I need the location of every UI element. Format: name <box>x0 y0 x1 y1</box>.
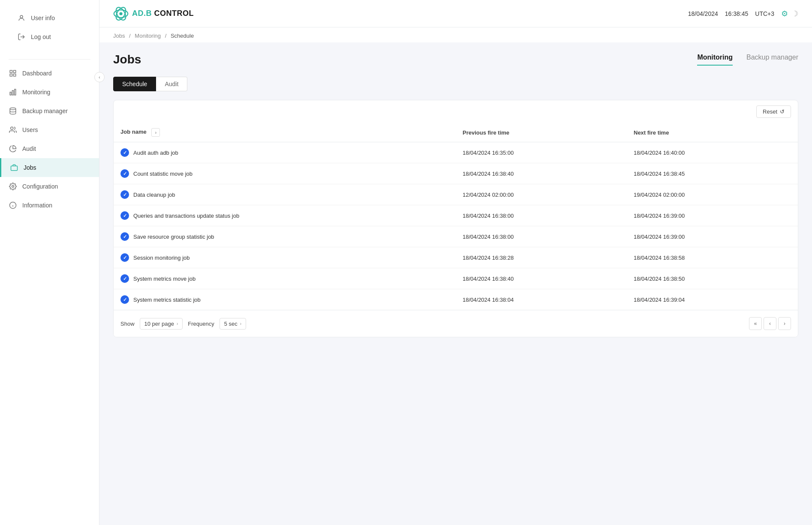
briefcase-icon <box>10 163 18 172</box>
job-name-cell: Count statistic move job <box>114 163 456 184</box>
sun-icon[interactable]: ⚙ <box>781 9 788 18</box>
sidebar-item-information[interactable]: Information <box>0 196 99 215</box>
jobs-table-card: Reset ↺ Job name › Previous fire time Ne… <box>113 100 798 337</box>
first-page-button[interactable]: « <box>749 317 762 330</box>
prev-page-button[interactable]: ‹ <box>764 317 776 330</box>
logo-text: AD.B CONTROL <box>132 9 194 18</box>
per-page-chevron: › <box>177 321 178 326</box>
next-fire-cell: 18/04/2024 16:39:04 <box>627 289 798 310</box>
pagination-controls: « ‹ › <box>749 317 791 330</box>
table-row: System metrics statistic job 18/04/2024 … <box>114 289 798 310</box>
next-fire-cell: 19/04/2024 02:00:00 <box>627 184 798 205</box>
job-name-label: Audit auth adb job <box>133 150 178 156</box>
job-name-label: Count statistic move job <box>133 171 192 177</box>
sidebar-item-label: Audit <box>22 145 36 152</box>
jobs-table: Job name › Previous fire time Next fire … <box>114 123 798 310</box>
breadcrumb-jobs[interactable]: Jobs <box>113 33 125 39</box>
sidebar: User info Log out Dashboard Monitoring B… <box>0 0 99 525</box>
reset-button[interactable]: Reset ↺ <box>756 105 791 118</box>
sidebar-item-dashboard[interactable]: Dashboard <box>0 64 99 83</box>
svg-rect-8 <box>15 89 16 95</box>
next-fire-cell: 18/04/2024 16:40:00 <box>627 142 798 163</box>
expand-icon[interactable]: › <box>151 128 160 137</box>
status-indicator <box>120 148 129 157</box>
sidebar-item-log-out[interactable]: Log out <box>9 27 90 46</box>
job-name-label: System metrics statistic job <box>133 297 201 303</box>
status-indicator <box>120 169 129 178</box>
header-time: 16:38:45 <box>725 10 749 17</box>
page-header: Jobs Monitoring Backup manager <box>113 53 798 66</box>
info-icon <box>9 201 17 210</box>
svg-point-9 <box>10 108 16 110</box>
app-logo: AD.B CONTROL <box>113 6 194 21</box>
table-body: Audit auth adb job 18/04/2024 16:35:00 1… <box>114 142 798 310</box>
sidebar-item-label: Backup manager <box>22 108 68 114</box>
status-indicator <box>120 190 129 199</box>
bar-chart-icon <box>9 88 17 96</box>
svg-rect-5 <box>14 74 16 76</box>
database-icon <box>9 107 17 115</box>
sidebar-item-jobs[interactable]: Jobs <box>0 158 99 177</box>
breadcrumb-monitoring[interactable]: Monitoring <box>135 33 161 39</box>
next-fire-cell: 18/04/2024 16:38:58 <box>627 247 798 268</box>
job-name-cell: Queries and transactions update status j… <box>114 205 456 226</box>
svg-rect-2 <box>10 70 12 72</box>
sidebar-item-backup-manager[interactable]: Backup manager <box>0 102 99 120</box>
table-row: Session monitoring job 18/04/2024 16:38:… <box>114 247 798 268</box>
tab-monitoring[interactable]: Monitoring <box>697 54 733 66</box>
sidebar-item-label: Users <box>22 126 38 133</box>
table-row: Save resource group statistic job 18/04/… <box>114 226 798 247</box>
job-name-label: Session monitoring job <box>133 255 190 261</box>
svg-point-0 <box>20 15 23 18</box>
table-row: Audit auth adb job 18/04/2024 16:35:00 1… <box>114 142 798 163</box>
sub-tabs: Schedule Audit <box>113 77 798 91</box>
job-name-cell: System metrics move job <box>114 268 456 289</box>
sidebar-item-users[interactable]: Users <box>0 120 99 139</box>
frequency-label: Frequency <box>188 321 214 327</box>
sidebar-item-label: Dashboard <box>22 70 52 77</box>
people-icon <box>9 126 17 134</box>
job-name-cell: Save resource group statistic job <box>114 226 456 247</box>
table-row: Count statistic move job 18/04/2024 16:3… <box>114 163 798 184</box>
table-row: System metrics move job 18/04/2024 16:38… <box>114 268 798 289</box>
per-page-value: 10 per page <box>144 321 174 327</box>
frequency-select[interactable]: 5 sec › <box>220 318 246 330</box>
page-title: Jobs <box>113 53 141 66</box>
col-job-name: Job name › <box>114 123 456 142</box>
sidebar-item-label: Jobs <box>24 164 36 171</box>
sidebar-item-label: Information <box>22 202 52 209</box>
person-icon <box>17 14 26 22</box>
header-date: 18/04/2024 <box>688 10 718 17</box>
sidebar-collapse-button[interactable]: ‹ <box>94 72 105 82</box>
theme-toggle: ⚙ ☽ <box>781 9 798 18</box>
col-next-fire: Next fire time <box>627 123 798 142</box>
job-name-cell: Session monitoring job <box>114 247 456 268</box>
status-indicator <box>120 232 129 241</box>
sub-tab-schedule[interactable]: Schedule <box>113 77 156 91</box>
header-right: 18/04/2024 16:38:45 UTC+3 ⚙ ☽ <box>688 9 798 18</box>
status-indicator <box>120 274 129 283</box>
table-row: Queries and transactions update status j… <box>114 205 798 226</box>
svg-point-19 <box>119 12 122 15</box>
frequency-value: 5 sec <box>224 321 238 327</box>
reset-label: Reset <box>763 108 777 115</box>
per-page-select[interactable]: 10 per page › <box>140 318 183 330</box>
next-fire-cell: 18/04/2024 16:39:00 <box>627 205 798 226</box>
sidebar-item-label: Configuration <box>22 183 58 190</box>
sub-tab-audit[interactable]: Audit <box>156 77 187 91</box>
sidebar-item-audit[interactable]: Audit <box>0 139 99 158</box>
moon-icon[interactable]: ☽ <box>791 9 798 18</box>
table-toolbar: Reset ↺ <box>114 100 798 123</box>
main-content: AD.B CONTROL 18/04/2024 16:38:45 UTC+3 ⚙… <box>99 0 812 525</box>
tab-backup-manager[interactable]: Backup manager <box>746 54 798 66</box>
sidebar-item-user-info[interactable]: User info <box>9 9 90 27</box>
svg-rect-3 <box>14 70 16 72</box>
sidebar-item-configuration[interactable]: Configuration <box>0 177 99 196</box>
table-header: Job name › Previous fire time Next fire … <box>114 123 798 142</box>
job-name-label: Data cleanup job <box>133 192 175 198</box>
sidebar-item-monitoring[interactable]: Monitoring <box>0 83 99 102</box>
reset-icon: ↺ <box>780 108 785 115</box>
next-page-button[interactable]: › <box>778 317 791 330</box>
job-name-label: System metrics move job <box>133 276 195 282</box>
content-area: Jobs Monitoring Backup manager Schedule … <box>99 42 812 525</box>
